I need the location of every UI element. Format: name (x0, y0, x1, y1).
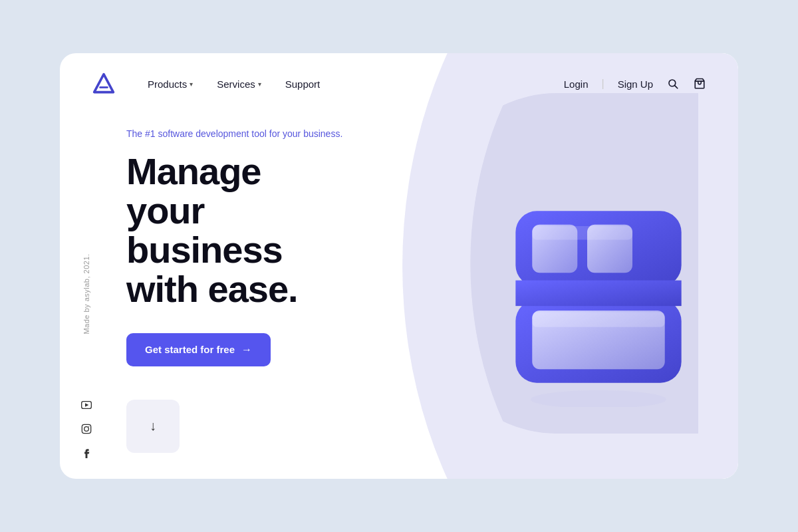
main-card: Products ▾ Services ▾ Support Login | Si… (60, 53, 738, 479)
main-content: Made by asylab, 2021. (60, 109, 738, 479)
cart-icon[interactable] (693, 77, 706, 90)
scroll-down-button[interactable]: ↓ (126, 400, 180, 453)
cta-arrow: → (241, 344, 252, 356)
hero-section: The #1 software development tool for you… (113, 109, 392, 479)
search-icon[interactable] (666, 77, 680, 90)
hero-tagline: The #1 software development tool for you… (126, 128, 366, 139)
svg-point-16 (531, 390, 666, 407)
logo[interactable] (92, 72, 116, 96)
nav-divider: | (601, 78, 604, 90)
instagram-icon[interactable] (80, 423, 92, 435)
svg-rect-14 (532, 312, 664, 327)
svg-rect-5 (82, 424, 90, 433)
sidebar-credit: Made by asylab, 2021. (82, 253, 90, 334)
svg-line-1 (675, 86, 678, 88)
svg-point-7 (88, 426, 89, 427)
products-chevron: ▾ (190, 80, 193, 88)
nav-services[interactable]: Services ▾ (217, 78, 261, 90)
svg-rect-11 (532, 226, 632, 239)
scroll-arrow: ↓ (150, 418, 156, 434)
nav-right: Login | Sign Up (564, 77, 706, 90)
social-icons (80, 399, 92, 459)
cta-button[interactable]: Get started for free → (126, 333, 271, 366)
hero-visual (485, 181, 712, 407)
hero-title: Manage your business with ease. (126, 152, 366, 309)
svg-point-6 (84, 427, 89, 432)
services-chevron: ▾ (258, 80, 261, 88)
nav-products[interactable]: Products ▾ (148, 78, 193, 90)
facebook-icon[interactable] (80, 447, 92, 459)
navbar: Products ▾ Services ▾ Support Login | Si… (60, 53, 738, 109)
nav-support[interactable]: Support (285, 78, 321, 90)
youtube-icon[interactable] (80, 399, 92, 411)
nav-links: Products ▾ Services ▾ Support (148, 78, 564, 90)
login-link[interactable]: Login (564, 78, 589, 90)
signup-link[interactable]: Sign Up (618, 78, 653, 90)
svg-rect-15 (515, 281, 681, 307)
svg-marker-4 (85, 403, 88, 406)
sidebar: Made by asylab, 2021. (60, 109, 113, 479)
